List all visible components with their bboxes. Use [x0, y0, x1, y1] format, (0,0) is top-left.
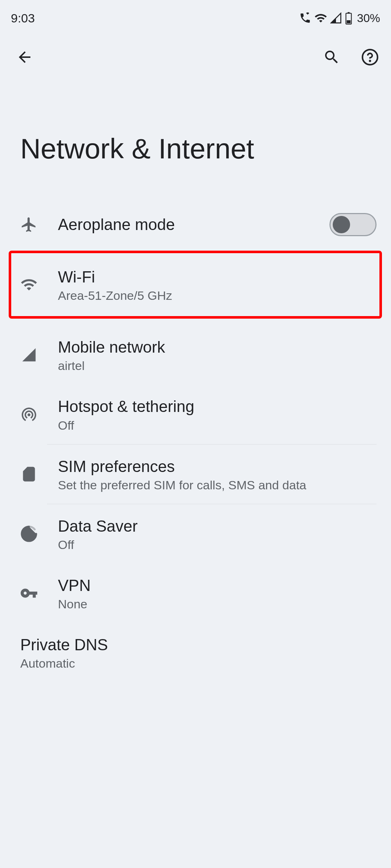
setting-title: Data Saver	[58, 516, 377, 536]
setting-aeroplane-mode[interactable]: Aeroplane mode	[0, 201, 391, 248]
setting-data-saver[interactable]: Data Saver Off	[0, 504, 391, 563]
aeroplane-toggle[interactable]	[329, 213, 377, 236]
setting-subtitle: Automatic	[20, 656, 377, 671]
setting-subtitle: airtel	[58, 359, 377, 373]
setting-subtitle: Set the preferred SIM for calls, SMS and…	[58, 478, 377, 492]
search-button[interactable]	[321, 47, 342, 67]
setting-title: Hotspot & tethering	[58, 396, 377, 417]
data-saver-icon	[18, 523, 40, 545]
wifi-signal-icon	[314, 12, 327, 25]
toggle-knob	[333, 216, 350, 233]
app-bar	[0, 36, 391, 78]
page-title: Network & Internet	[0, 78, 391, 201]
wifi-calling-icon	[299, 12, 311, 24]
setting-subtitle: Off	[58, 538, 377, 552]
svg-rect-0	[348, 12, 350, 14]
setting-title: Aeroplane mode	[58, 214, 329, 235]
help-icon	[361, 48, 379, 66]
back-button[interactable]	[14, 47, 35, 67]
airplane-icon	[18, 214, 40, 235]
signal-icon	[18, 344, 40, 366]
status-icons: 30%	[299, 12, 380, 25]
settings-list: Aeroplane mode Wi-Fi Area-51-Zone/5 GHz …	[0, 201, 391, 682]
setting-title: SIM preferences	[58, 456, 377, 477]
vpn-key-icon	[18, 582, 40, 604]
hotspot-icon	[18, 403, 40, 425]
setting-title: Private DNS	[20, 634, 377, 655]
setting-subtitle: None	[58, 597, 377, 611]
status-time: 9:03	[11, 11, 35, 25]
status-bar: 9:03 30%	[0, 0, 391, 36]
setting-wifi[interactable]: Wi-Fi Area-51-Zone/5 GHz	[0, 255, 391, 314]
setting-title: Mobile network	[58, 337, 377, 357]
search-icon	[323, 48, 340, 66]
sim-icon	[18, 463, 40, 485]
help-button[interactable]	[360, 47, 380, 67]
arrow-back-icon	[16, 48, 33, 66]
battery-icon	[345, 12, 353, 25]
setting-title: VPN	[58, 575, 377, 596]
setting-hotspot[interactable]: Hotspot & tethering Off	[0, 384, 391, 444]
setting-mobile-network[interactable]: Mobile network airtel	[0, 325, 391, 384]
setting-sim-preferences[interactable]: SIM preferences Set the preferred SIM fo…	[0, 444, 391, 504]
battery-level: 30%	[357, 12, 380, 25]
svg-rect-1	[347, 20, 351, 23]
setting-title: Wi-Fi	[58, 267, 377, 287]
setting-subtitle: Area-51-Zone/5 GHz	[58, 289, 377, 303]
svg-point-3	[370, 60, 370, 61]
setting-vpn[interactable]: VPN None	[0, 563, 391, 623]
cellular-signal-icon	[330, 12, 342, 24]
wifi-icon	[18, 274, 40, 295]
setting-subtitle: Off	[58, 418, 377, 433]
setting-private-dns[interactable]: Private DNS Automatic	[0, 623, 391, 682]
